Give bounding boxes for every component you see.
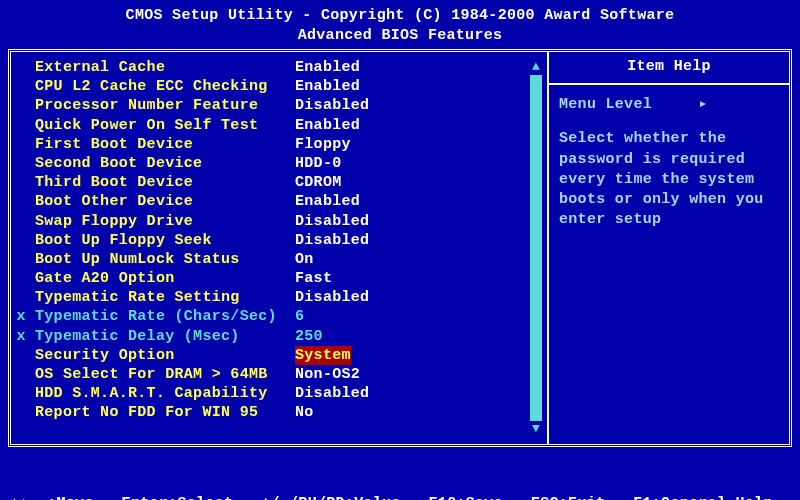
setting-label: Typematic Rate (Chars/Sec) — [35, 307, 295, 326]
disabled-marker-icon — [13, 346, 35, 365]
disabled-marker-icon — [13, 173, 35, 192]
setting-value[interactable]: Non-OS2 — [295, 365, 360, 384]
help-description: Select whether the password is required … — [559, 129, 779, 230]
setting-value[interactable]: Disabled — [295, 288, 369, 307]
scroll-track[interactable] — [530, 75, 542, 421]
main-frame: External CacheEnabled CPU L2 Cache ECC C… — [8, 49, 792, 447]
setting-label: Boot Other Device — [35, 192, 295, 211]
setting-row[interactable]: Processor Number FeatureDisabled — [13, 96, 545, 115]
footer: ↑↓←→:Move Enter:Select +/-/PU/PD:Value F… — [0, 447, 800, 500]
setting-value[interactable]: Enabled — [295, 116, 360, 135]
disabled-marker-icon — [13, 365, 35, 384]
scroll-down-icon[interactable]: ▼ — [529, 422, 543, 436]
setting-label: Third Boot Device — [35, 173, 295, 192]
disabled-marker-icon — [13, 269, 35, 288]
setting-row[interactable]: Boot Up NumLock StatusOn — [13, 250, 545, 269]
menu-level-arrow-icon: ▸ — [699, 96, 708, 113]
disabled-marker-icon — [13, 58, 35, 77]
setting-label: Gate A20 Option — [35, 269, 295, 288]
setting-value[interactable]: Enabled — [295, 192, 360, 211]
help-pane: Item Help Menu Level ▸ Select whether th… — [549, 52, 789, 444]
header: CMOS Setup Utility - Copyright (C) 1984-… — [0, 0, 800, 49]
setting-row[interactable]: First Boot DeviceFloppy — [13, 135, 545, 154]
disabled-marker-icon: x — [13, 307, 35, 326]
setting-row[interactable]: x Typematic Rate (Chars/Sec)6 — [13, 307, 545, 326]
disabled-marker-icon — [13, 231, 35, 250]
setting-value[interactable]: HDD-0 — [295, 154, 342, 173]
setting-row[interactable]: Gate A20 OptionFast — [13, 269, 545, 288]
setting-row[interactable]: HDD S.M.A.R.T. CapabilityDisabled — [13, 384, 545, 403]
menu-level-label: Menu Level — [559, 96, 652, 113]
setting-value[interactable]: CDROM — [295, 173, 342, 192]
scroll-up-icon[interactable]: ▲ — [529, 60, 543, 74]
setting-value[interactable]: Enabled — [295, 77, 360, 96]
setting-row[interactable]: Quick Power On Self TestEnabled — [13, 116, 545, 135]
disabled-marker-icon — [13, 403, 35, 422]
setting-label: Typematic Rate Setting — [35, 288, 295, 307]
setting-row[interactable]: OS Select For DRAM > 64MBNon-OS2 — [13, 365, 545, 384]
setting-value[interactable]: Disabled — [295, 212, 369, 231]
setting-row[interactable]: Boot Other DeviceEnabled — [13, 192, 545, 211]
help-title: Item Help — [549, 52, 789, 85]
setting-value[interactable]: Floppy — [295, 135, 351, 154]
setting-label: Boot Up NumLock Status — [35, 250, 295, 269]
setting-value[interactable]: 250 — [295, 327, 323, 346]
disabled-marker-icon — [13, 192, 35, 211]
setting-value[interactable]: Enabled — [295, 58, 360, 77]
setting-label: Swap Floppy Drive — [35, 212, 295, 231]
disabled-marker-icon — [13, 212, 35, 231]
settings-pane: External CacheEnabled CPU L2 Cache ECC C… — [11, 52, 549, 444]
setting-row[interactable]: Swap Floppy DriveDisabled — [13, 212, 545, 231]
setting-label: HDD S.M.A.R.T. Capability — [35, 384, 295, 403]
disabled-marker-icon — [13, 116, 35, 135]
setting-row[interactable]: Report No FDD For WIN 95No — [13, 403, 545, 422]
setting-label: External Cache — [35, 58, 295, 77]
disabled-marker-icon — [13, 96, 35, 115]
setting-label: OS Select For DRAM > 64MB — [35, 365, 295, 384]
setting-row[interactable]: x Typematic Delay (Msec)250 — [13, 327, 545, 346]
disabled-marker-icon — [13, 135, 35, 154]
setting-label: Second Boot Device — [35, 154, 295, 173]
setting-label: Processor Number Feature — [35, 96, 295, 115]
footer-line1: ↑↓←→:Move Enter:Select +/-/PU/PD:Value F… — [10, 494, 790, 501]
disabled-marker-icon: x — [13, 327, 35, 346]
setting-value[interactable]: No — [295, 403, 314, 422]
setting-label: Boot Up Floppy Seek — [35, 231, 295, 250]
setting-label: CPU L2 Cache ECC Checking — [35, 77, 295, 96]
setting-value[interactable]: On — [295, 250, 314, 269]
settings-list: External CacheEnabled CPU L2 Cache ECC C… — [13, 58, 545, 423]
setting-row[interactable]: External CacheEnabled — [13, 58, 545, 77]
setting-row[interactable]: Typematic Rate SettingDisabled — [13, 288, 545, 307]
setting-value[interactable]: Disabled — [295, 384, 369, 403]
setting-value[interactable]: Fast — [295, 269, 332, 288]
disabled-marker-icon — [13, 384, 35, 403]
setting-row[interactable]: Third Boot DeviceCDROM — [13, 173, 545, 192]
setting-value[interactable]: Disabled — [295, 231, 369, 250]
setting-label: First Boot Device — [35, 135, 295, 154]
setting-label: Quick Power On Self Test — [35, 116, 295, 135]
setting-label: Security Option — [35, 346, 295, 365]
header-line2: Advanced BIOS Features — [0, 26, 800, 46]
scrollbar[interactable]: ▲ ▼ — [529, 60, 543, 436]
header-line1: CMOS Setup Utility - Copyright (C) 1984-… — [0, 6, 800, 26]
setting-value[interactable]: Disabled — [295, 96, 369, 115]
disabled-marker-icon — [13, 154, 35, 173]
setting-label: Typematic Delay (Msec) — [35, 327, 295, 346]
setting-row[interactable]: Second Boot DeviceHDD-0 — [13, 154, 545, 173]
setting-label: Report No FDD For WIN 95 — [35, 403, 295, 422]
disabled-marker-icon — [13, 288, 35, 307]
setting-value[interactable]: 6 — [295, 307, 304, 326]
setting-row[interactable]: Boot Up Floppy SeekDisabled — [13, 231, 545, 250]
setting-value[interactable]: System — [295, 346, 351, 365]
disabled-marker-icon — [13, 77, 35, 96]
setting-row[interactable]: CPU L2 Cache ECC CheckingEnabled — [13, 77, 545, 96]
setting-row[interactable]: Security OptionSystem — [13, 346, 545, 365]
menu-level: Menu Level ▸ — [559, 95, 779, 115]
disabled-marker-icon — [13, 250, 35, 269]
help-body: Menu Level ▸ Select whether the password… — [549, 85, 789, 241]
